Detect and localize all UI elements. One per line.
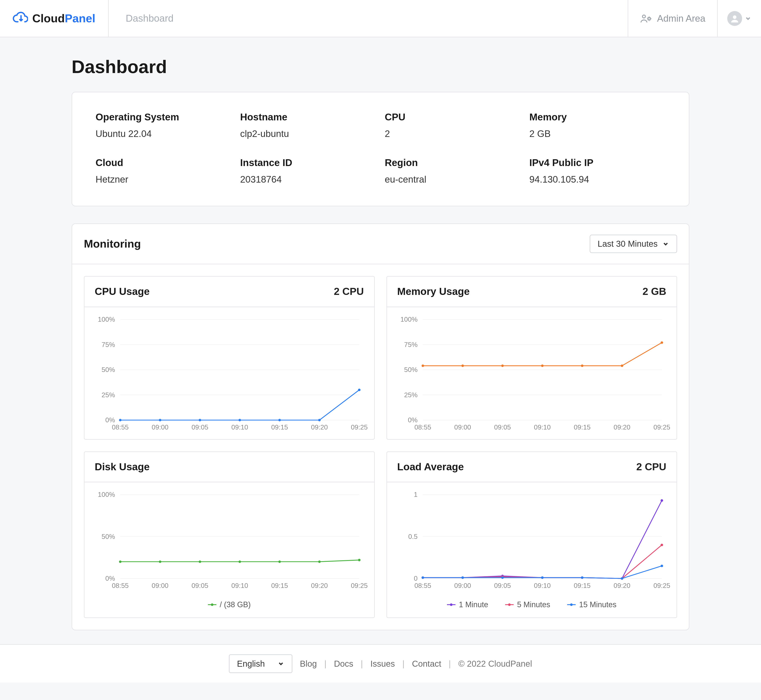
svg-point-99: [461, 577, 464, 579]
svg-text:08:55: 08:55: [414, 582, 431, 589]
footer-copyright: © 2022 CloudPanel: [458, 658, 532, 669]
footer-contact-link[interactable]: Contact: [412, 658, 441, 669]
svg-text:100%: 100%: [400, 316, 417, 323]
chart-disk-svg: 0%50%100%08:5509:0009:0509:1009:1509:200…: [91, 488, 368, 593]
svg-text:0%: 0%: [408, 416, 417, 424]
svg-text:75%: 75%: [102, 341, 115, 348]
svg-text:0: 0: [414, 575, 417, 582]
svg-point-22: [199, 419, 201, 422]
language-label: English: [237, 658, 265, 669]
svg-point-68: [278, 561, 281, 563]
svg-point-98: [422, 577, 424, 579]
info-os-value: Ubuntu 22.04: [95, 127, 232, 140]
svg-text:09:10: 09:10: [231, 582, 248, 589]
chart-cpu-right: 2 CPU: [334, 285, 364, 298]
charts-grid: CPU Usage 2 CPU 0%25%50%75%100%08:5509:0…: [72, 264, 689, 630]
info-memory: Memory 2 GB: [529, 110, 666, 140]
footer: English Blog| Docs| Issues| Contact| © 2…: [0, 644, 761, 683]
svg-text:50%: 50%: [102, 533, 115, 540]
svg-point-103: [620, 577, 623, 580]
svg-text:100%: 100%: [98, 316, 115, 323]
svg-text:08:55: 08:55: [112, 423, 129, 431]
svg-point-97: [661, 544, 663, 546]
info-cpu-value: 2: [385, 127, 521, 140]
svg-point-64: [119, 561, 122, 563]
info-os-label: Operating System: [95, 110, 232, 123]
monitoring-header: Monitoring Last 30 Minutes: [72, 224, 689, 264]
info-cloud-label: Cloud: [95, 156, 232, 169]
legend-load-0: 1 Minute: [447, 600, 488, 610]
svg-point-44: [422, 364, 424, 367]
svg-point-102: [581, 577, 583, 579]
svg-point-47: [541, 364, 544, 367]
info-cpu-label: CPU: [385, 110, 521, 123]
chart-card-cpu: CPU Usage 2 CPU 0%25%50%75%100%08:5509:0…: [84, 276, 375, 440]
legend-load-1-label: 5 Minutes: [517, 600, 550, 610]
cloud-icon: [13, 11, 28, 26]
svg-text:09:00: 09:00: [454, 582, 471, 589]
chart-card-load: Load Average 2 CPU 00.5108:5509:0009:050…: [386, 452, 677, 618]
svg-text:08:55: 08:55: [414, 423, 431, 431]
svg-text:09:00: 09:00: [454, 423, 471, 431]
svg-text:09:10: 09:10: [534, 423, 550, 431]
admin-area-icon: [640, 12, 652, 24]
info-ip: IPv4 Public IP 94.130.105.94: [529, 156, 666, 186]
monitoring-panel: Monitoring Last 30 Minutes CPU Usage 2 C…: [72, 223, 689, 630]
svg-text:25%: 25%: [102, 391, 115, 399]
legend-disk-0: / (38 GB): [208, 600, 251, 610]
svg-point-46: [501, 364, 504, 367]
legend-load-1: 5 Minutes: [505, 600, 550, 610]
svg-point-104: [661, 565, 663, 567]
timerange-dropdown[interactable]: Last 30 Minutes: [590, 234, 677, 253]
svg-point-23: [238, 419, 241, 422]
topbar: CloudPanel Dashboard Admin Area: [0, 0, 761, 38]
monitoring-title: Monitoring: [84, 236, 141, 251]
svg-text:100%: 100%: [98, 491, 115, 498]
legend-swatch-icon: [208, 604, 216, 605]
nav-dashboard[interactable]: Dashboard: [126, 12, 173, 25]
svg-point-90: [661, 499, 663, 502]
info-region-label: Region: [385, 156, 521, 169]
svg-text:09:10: 09:10: [534, 582, 550, 589]
svg-point-0: [642, 15, 645, 18]
info-os: Operating System Ubuntu 22.04: [95, 110, 232, 140]
svg-text:09:20: 09:20: [311, 582, 328, 589]
chart-load-right: 2 CPU: [636, 460, 666, 474]
svg-point-100: [501, 577, 504, 579]
svg-text:0%: 0%: [105, 575, 115, 582]
user-menu[interactable]: [718, 0, 761, 37]
svg-text:75%: 75%: [404, 341, 417, 348]
chart-memory-right: 2 GB: [642, 285, 666, 298]
info-hostname: Hostname clp2-ubuntu: [240, 110, 376, 140]
info-instance-value: 20318764: [240, 173, 376, 186]
legend-disk-0-label: / (38 GB): [220, 600, 251, 610]
legend-load-2: 15 Minutes: [567, 600, 616, 610]
brand-text: CloudPanel: [32, 11, 95, 26]
language-select[interactable]: English: [229, 654, 292, 673]
footer-docs-link[interactable]: Docs: [334, 658, 353, 669]
admin-area-link[interactable]: Admin Area: [628, 0, 718, 37]
topnav: Dashboard: [109, 0, 627, 37]
svg-text:50%: 50%: [102, 366, 115, 373]
svg-text:09:25: 09:25: [351, 582, 367, 589]
svg-text:08:55: 08:55: [112, 582, 129, 589]
legend-swatch-icon: [447, 604, 455, 605]
legend-load-2-label: 15 Minutes: [579, 600, 616, 610]
svg-text:09:25: 09:25: [351, 423, 367, 431]
svg-text:09:20: 09:20: [613, 582, 630, 589]
chart-memory-svg: 0%25%50%75%100%08:5509:0009:0509:1009:15…: [394, 313, 670, 435]
chart-cpu-title: CPU Usage: [95, 285, 150, 298]
svg-text:09:15: 09:15: [271, 582, 288, 589]
chart-disk-legend: / (38 GB): [84, 597, 374, 617]
footer-issues-link[interactable]: Issues: [370, 658, 395, 669]
chart-cpu-svg: 0%25%50%75%100%08:5509:0009:0509:1009:15…: [91, 313, 368, 435]
svg-point-67: [238, 561, 241, 563]
svg-point-66: [199, 561, 201, 563]
svg-text:09:00: 09:00: [152, 582, 169, 589]
info-instance-label: Instance ID: [240, 156, 376, 169]
brand-logo: CloudPanel: [13, 11, 95, 26]
svg-point-49: [620, 364, 623, 367]
chevron-down-icon: [662, 241, 669, 247]
footer-blog-link[interactable]: Blog: [300, 658, 317, 669]
brand-link[interactable]: CloudPanel: [0, 0, 109, 37]
